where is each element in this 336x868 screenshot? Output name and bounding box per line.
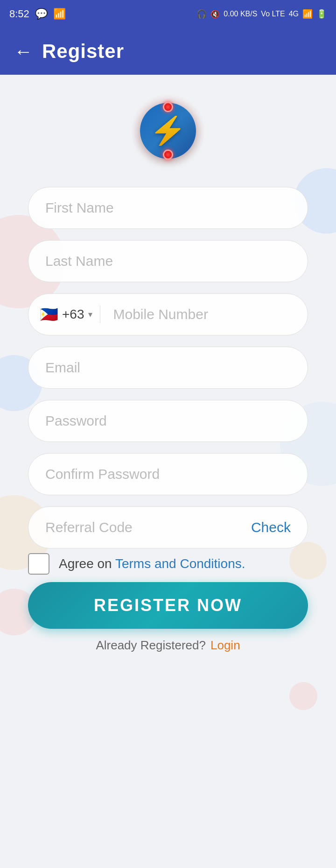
signal-bars: 📶 [302,9,313,19]
logo-inner: ⚡ [140,103,196,159]
page-title: Register [42,40,124,63]
mute-icon: 🔇 [210,10,220,19]
mobile-number-input[interactable] [106,306,297,322]
country-flag: 🇵🇭 [40,306,58,323]
logo-outer-glow: ⚡ [131,93,205,168]
already-registered-text: Already Registered? [96,638,206,653]
terms-text-before: Agree on [59,556,115,571]
register-now-button[interactable]: REGISTER NOW [28,582,308,629]
status-bar: 8:52 💬 📶 🎧 🔇 0.00 KB/S Vo LTE 4G 📶 🔋 [0,0,336,28]
main-content: ⚡ 🇵🇭 +63 ▾ Check [0,75,336,868]
phone-field-container: 🇵🇭 +63 ▾ [28,293,308,335]
logo-dot-bottom [163,149,173,160]
last-name-input[interactable] [28,240,308,282]
data-speed: 0.00 KB/S [224,10,257,18]
already-registered-row: Already Registered? Login [96,638,240,653]
status-time: 8:52 [9,8,29,20]
volte-icon: Vo LTE [261,10,285,18]
login-link[interactable]: Login [210,638,240,653]
network-icon: 4G [289,10,299,18]
status-bar-left: 8:52 💬 📶 [9,8,66,20]
registration-form: 🇵🇭 +63 ▾ Check [28,187,308,548]
battery-icon: 🔋 [316,9,327,19]
terms-row: Agree on Terms and Conditions. [28,553,308,575]
phone-dropdown-arrow: ▾ [88,309,92,320]
messenger-icon: 💬 [35,8,48,20]
phone-code: +63 [62,307,84,322]
phone-prefix[interactable]: 🇵🇭 +63 ▾ [40,306,100,323]
check-referral-button[interactable]: Check [251,519,291,535]
first-name-input[interactable] [28,187,308,229]
terms-checkbox[interactable] [28,553,49,575]
logo-dot-top [163,102,173,112]
headphone-icon: 🎧 [196,9,207,19]
referral-field-container: Check [28,506,308,548]
email-input[interactable] [28,347,308,389]
terms-link[interactable]: Terms and Conditions. [115,556,245,571]
logo-container: ⚡ [131,93,205,168]
confirm-password-input[interactable] [28,453,308,495]
signal-icon: 📶 [53,8,66,20]
terms-text: Agree on Terms and Conditions. [59,555,245,573]
top-navigation-bar: ← Register [0,28,336,75]
password-input[interactable] [28,400,308,442]
back-button[interactable]: ← [14,41,33,62]
lightning-bolt-icon: ⚡ [149,116,187,146]
status-bar-right: 🎧 🔇 0.00 KB/S Vo LTE 4G 📶 🔋 [196,9,327,19]
referral-code-input[interactable] [45,519,251,535]
